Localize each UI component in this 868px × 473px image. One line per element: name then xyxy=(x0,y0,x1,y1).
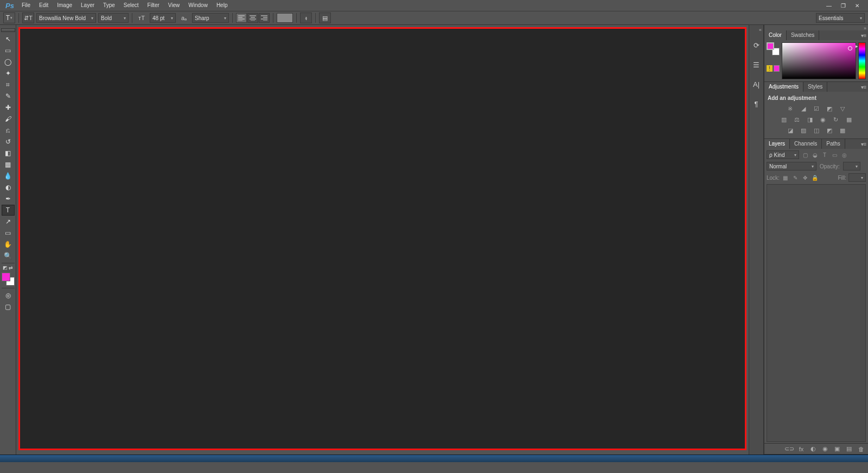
font-style-dropdown[interactable]: Bold ▾ xyxy=(98,13,129,23)
current-tool-indicator[interactable]: T▾ xyxy=(3,12,15,23)
menu-file[interactable]: File xyxy=(17,0,35,11)
font-family-dropdown[interactable]: Browallia New Bold ▾ xyxy=(36,13,96,23)
new-group-button[interactable]: ▣ xyxy=(833,445,841,453)
tab-color[interactable]: Color xyxy=(764,30,787,40)
filter-adjustment[interactable]: ◒ xyxy=(811,151,819,159)
close-button[interactable]: ✕ xyxy=(852,2,863,9)
tab-adjustments[interactable]: Adjustments xyxy=(764,82,803,92)
move-tool[interactable]: ↖ xyxy=(2,34,15,45)
adj-brightness[interactable]: ※ xyxy=(786,104,795,113)
lock-transparency[interactable]: ▦ xyxy=(782,174,789,181)
shape-tool[interactable]: ▭ xyxy=(2,228,15,238)
tab-paths[interactable]: Paths xyxy=(822,139,845,149)
font-size-dropdown[interactable]: 48 pt ▾ xyxy=(150,13,176,23)
blur-tool[interactable]: 💧 xyxy=(2,171,15,181)
color-panel-menu[interactable]: ▾≡ xyxy=(859,30,868,40)
tools-handle[interactable] xyxy=(1,28,15,32)
adj-photo-filter[interactable]: ◉ xyxy=(818,115,828,124)
adj-color-lookup[interactable]: ▦ xyxy=(844,115,854,124)
character-panel-button[interactable]: A| xyxy=(750,78,762,90)
color-field[interactable] xyxy=(782,42,856,79)
gamut-warning-icon[interactable]: ! xyxy=(767,65,773,72)
layers-list[interactable] xyxy=(767,184,866,442)
history-brush-tool[interactable]: ↺ xyxy=(2,136,15,147)
adj-vibrance[interactable]: ▽ xyxy=(838,104,847,113)
menu-edit[interactable]: Edit xyxy=(35,0,53,11)
adj-invert[interactable]: ◪ xyxy=(786,126,795,135)
quickmask-button[interactable]: ◎ xyxy=(2,290,15,301)
filter-pixel[interactable]: ▢ xyxy=(801,151,809,159)
collapse-panels-button[interactable]: » xyxy=(764,25,868,30)
adj-exposure[interactable]: ◩ xyxy=(825,104,834,113)
delete-layer-button[interactable]: 🗑 xyxy=(857,445,865,453)
hand-tool[interactable]: ✋ xyxy=(2,239,15,250)
new-fill-button[interactable]: ◉ xyxy=(821,445,829,453)
canvas-area[interactable] xyxy=(16,25,749,455)
text-orientation-button[interactable]: ⇵T xyxy=(22,12,34,23)
link-layers-button[interactable]: ⊂⊃ xyxy=(786,445,793,453)
crop-tool[interactable]: ⌗ xyxy=(2,79,15,90)
menu-layer[interactable]: Layer xyxy=(76,0,99,11)
filter-smart[interactable]: ◎ xyxy=(840,151,848,159)
align-center-button[interactable] xyxy=(247,13,258,23)
marquee-tool[interactable]: ▭ xyxy=(2,45,15,56)
menu-image[interactable]: Image xyxy=(53,0,76,11)
maximize-button[interactable]: ❐ xyxy=(838,2,848,9)
workspace-dropdown[interactable]: Essentials ▾ xyxy=(816,13,865,23)
pen-tool[interactable]: ✒ xyxy=(2,193,15,204)
adj-threshold[interactable]: ◫ xyxy=(812,126,821,135)
adjustments-panel-menu[interactable]: ▾≡ xyxy=(859,82,868,92)
wand-tool[interactable]: ✦ xyxy=(2,68,15,79)
tab-swatches[interactable]: Swatches xyxy=(787,30,819,40)
adj-posterize[interactable]: ▨ xyxy=(799,126,808,135)
type-tool[interactable]: T xyxy=(2,205,15,216)
eraser-tool[interactable]: ◧ xyxy=(2,148,15,159)
layers-panel-menu[interactable]: ▾≡ xyxy=(859,139,868,149)
adj-balance[interactable]: ⚖ xyxy=(792,115,802,124)
adj-levels[interactable]: ◢ xyxy=(799,104,808,113)
lock-all[interactable]: 🔒 xyxy=(811,174,819,181)
swap-colors-button[interactable]: ⇄ xyxy=(9,265,13,270)
gradient-tool[interactable]: ▦ xyxy=(2,159,15,170)
menu-view[interactable]: View xyxy=(164,0,184,11)
opacity-dropdown[interactable]: ▾ xyxy=(843,162,860,171)
menu-filter[interactable]: Filter xyxy=(143,0,164,11)
adj-gradient-map[interactable]: ◩ xyxy=(825,126,834,135)
tab-layers[interactable]: Layers xyxy=(764,139,790,149)
menu-type[interactable]: Type xyxy=(99,0,119,11)
default-colors-button[interactable]: ◩ xyxy=(3,265,8,270)
foreground-background-colors[interactable] xyxy=(1,272,15,286)
fill-dropdown[interactable]: ▾ xyxy=(848,173,866,182)
minimize-button[interactable]: — xyxy=(824,2,834,9)
adj-hue[interactable]: ▥ xyxy=(779,115,789,124)
menu-select[interactable]: Select xyxy=(119,0,143,11)
history-panel-button[interactable]: ⟳ xyxy=(750,39,762,51)
dodge-tool[interactable]: ◐ xyxy=(2,182,15,193)
foreground-color-swatch[interactable] xyxy=(2,273,10,281)
warp-text-button[interactable]: ᵵ xyxy=(300,12,312,23)
zoom-tool[interactable]: 🔍 xyxy=(2,250,15,261)
align-right-button[interactable] xyxy=(259,13,270,23)
layer-kind-dropdown[interactable]: ρ Kind ▾ xyxy=(767,150,799,159)
menu-help[interactable]: Help xyxy=(212,0,232,11)
paragraph-panel-button[interactable]: ¶ xyxy=(750,98,762,110)
os-taskbar[interactable] xyxy=(0,455,868,462)
screenmode-button[interactable]: ▢ xyxy=(2,301,15,312)
filter-type[interactable]: T xyxy=(821,151,828,159)
eyedropper-tool[interactable]: ✎ xyxy=(2,91,15,102)
toggle-panels-button[interactable]: ▤ xyxy=(319,12,331,23)
tab-styles[interactable]: Styles xyxy=(803,82,827,92)
adj-curves[interactable]: ☑ xyxy=(812,104,821,113)
lock-pixels[interactable]: ✎ xyxy=(792,174,799,181)
antialias-dropdown[interactable]: Sharp ▾ xyxy=(192,13,229,23)
tab-channels[interactable]: Channels xyxy=(790,139,822,149)
color-swatch-pair[interactable] xyxy=(767,42,780,55)
layer-mask-button[interactable]: ◐ xyxy=(809,445,817,453)
stamp-tool[interactable]: ⎌ xyxy=(2,125,15,136)
adj-selective[interactable]: ▩ xyxy=(838,126,847,135)
websafe-swatch[interactable] xyxy=(774,65,780,72)
layer-fx-button[interactable]: fx xyxy=(797,445,805,453)
lock-position[interactable]: ✥ xyxy=(801,174,809,181)
brush-tool[interactable]: 🖌 xyxy=(2,113,15,124)
properties-panel-button[interactable]: ☰ xyxy=(750,59,762,71)
